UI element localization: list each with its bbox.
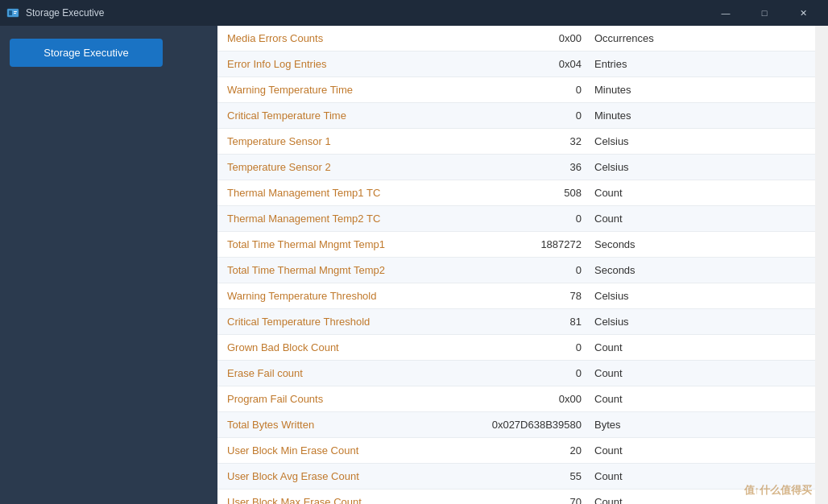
app-title: Storage Executive [26, 7, 707, 19]
cell-value: 0x027D638B39580 [459, 412, 588, 438]
cell-name: Media Errors Counts [217, 26, 459, 52]
cell-unit: Seconds [588, 232, 815, 258]
cell-unit: Celsius [588, 155, 815, 180]
cell-name: Total Bytes Written [217, 412, 459, 438]
table-row: Erase Fail count0Count [217, 361, 815, 386]
cell-name: Warning Temperature Threshold [217, 283, 459, 309]
cell-value: 0 [459, 103, 588, 129]
nvme-smart-table: Media Errors Counts0x00OccurrencesError … [217, 26, 815, 504]
maximize-button[interactable]: □ [746, 0, 783, 26]
cell-value: 0x00 [459, 26, 588, 52]
table-row: Warning Temperature Time0Minutes [217, 77, 815, 103]
cell-name: Critical Temperature Time [217, 103, 459, 129]
cell-value: 32 [459, 129, 588, 155]
cell-value: 0x04 [459, 52, 588, 77]
cell-value: 81 [459, 309, 588, 335]
table-row: User Block Max Erase Count70Count [217, 490, 815, 505]
cell-unit: Celsius [588, 283, 815, 309]
cell-value: 0 [459, 258, 588, 283]
cell-value: 508 [459, 180, 588, 206]
table-row: Warning Temperature Threshold78Celsius [217, 283, 815, 309]
cell-value: 0 [459, 77, 588, 103]
table-row: Thermal Management Temp2 TC0Count [217, 206, 815, 232]
cell-value: 0 [459, 335, 588, 361]
cell-unit: Minutes [588, 77, 815, 103]
cell-unit: Occurrences [588, 26, 815, 52]
close-button[interactable]: ✕ [785, 0, 822, 26]
cell-value: 70 [459, 490, 588, 505]
table-row: Total Time Thermal Mngmt Temp11887272Sec… [217, 232, 815, 258]
cell-unit: Count [588, 464, 815, 490]
cell-name: User Block Min Erase Count [217, 438, 459, 464]
svg-rect-1 [9, 10, 12, 15]
scrollbar-area[interactable] [815, 26, 828, 504]
title-bar: Storage Executive — □ ✕ [0, 0, 828, 26]
cell-name: Total Time Thermal Mngmt Temp2 [217, 258, 459, 283]
cell-name: User Block Avg Erase Count [217, 464, 459, 490]
cell-name: Thermal Management Temp1 TC [217, 180, 459, 206]
sidebar-logo-button[interactable]: Storage Executive [10, 39, 163, 67]
cell-value: 0x00 [459, 386, 588, 412]
cell-unit: Celsius [588, 129, 815, 155]
table-row: Critical Temperature Time0Minutes [217, 103, 815, 129]
cell-unit: Count [588, 180, 815, 206]
window-controls: — □ ✕ [707, 0, 822, 26]
cell-unit: Count [588, 386, 815, 412]
table-row: User Block Avg Erase Count55Count [217, 464, 815, 490]
main-content: Media Errors Counts0x00OccurrencesError … [217, 26, 815, 504]
table-row: Error Info Log Entries0x04Entries [217, 52, 815, 77]
cell-unit: Celsius [588, 309, 815, 335]
cell-name: Error Info Log Entries [217, 52, 459, 77]
cell-unit: Count [588, 335, 815, 361]
cell-unit: Count [588, 490, 815, 505]
sidebar: Storage Executive [0, 26, 217, 504]
svg-rect-3 [14, 13, 16, 14]
cell-value: 20 [459, 438, 588, 464]
table-row: Total Time Thermal Mngmt Temp20Seconds [217, 258, 815, 283]
cell-name: Total Time Thermal Mngmt Temp1 [217, 232, 459, 258]
table-row: Thermal Management Temp1 TC508Count [217, 180, 815, 206]
cell-name: Warning Temperature Time [217, 77, 459, 103]
cell-unit: Entries [588, 52, 815, 77]
cell-name: Grown Bad Block Count [217, 335, 459, 361]
table-container[interactable]: Media Errors Counts0x00OccurrencesError … [217, 26, 815, 504]
cell-unit: Seconds [588, 258, 815, 283]
cell-unit: Count [588, 438, 815, 464]
cell-name: Erase Fail count [217, 361, 459, 386]
cell-name: Temperature Sensor 1 [217, 129, 459, 155]
cell-unit: Minutes [588, 103, 815, 129]
cell-value: 0 [459, 361, 588, 386]
cell-value: 55 [459, 464, 588, 490]
table-row: Temperature Sensor 132Celsius [217, 129, 815, 155]
sidebar-logo-area: Storage Executive [0, 32, 217, 80]
cell-name: Program Fail Counts [217, 386, 459, 412]
cell-value: 78 [459, 283, 588, 309]
app-body: Storage Executive Media Errors Counts0x0… [0, 26, 828, 504]
table-row: Critical Temperature Threshold81Celsius [217, 309, 815, 335]
cell-name: User Block Max Erase Count [217, 490, 459, 505]
minimize-button[interactable]: — [707, 0, 744, 26]
cell-name: Critical Temperature Threshold [217, 309, 459, 335]
cell-name: Temperature Sensor 2 [217, 155, 459, 180]
table-row: User Block Min Erase Count20Count [217, 438, 815, 464]
svg-rect-2 [14, 11, 17, 12]
table-row: Program Fail Counts0x00Count [217, 386, 815, 412]
table-row: Temperature Sensor 236Celsius [217, 155, 815, 180]
table-row: Total Bytes Written0x027D638B39580Bytes [217, 412, 815, 438]
table-row: Grown Bad Block Count0Count [217, 335, 815, 361]
cell-unit: Count [588, 206, 815, 232]
cell-value: 1887272 [459, 232, 588, 258]
cell-unit: Count [588, 361, 815, 386]
cell-value: 0 [459, 206, 588, 232]
cell-unit: Bytes [588, 412, 815, 438]
cell-name: Thermal Management Temp2 TC [217, 206, 459, 232]
app-icon [6, 6, 19, 19]
cell-value: 36 [459, 155, 588, 180]
table-row: Media Errors Counts0x00Occurrences [217, 26, 815, 52]
